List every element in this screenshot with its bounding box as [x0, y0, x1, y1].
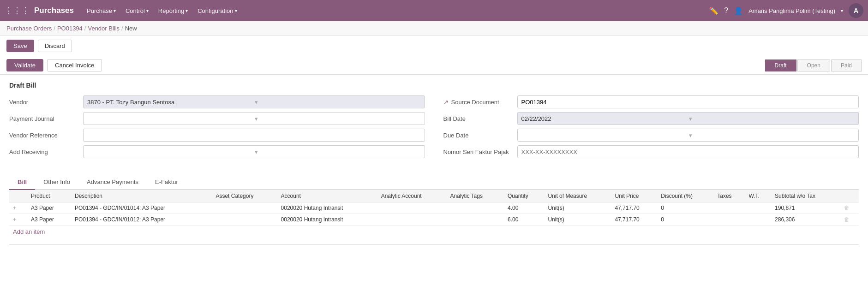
col-product: [9, 190, 27, 202]
nomor-seri-label: Nomor Seri Faktur Pajak: [443, 148, 517, 155]
row-handle-1[interactable]: +: [9, 214, 27, 226]
row-quantity-1[interactable]: 6.00: [504, 214, 544, 226]
row-delete-0[interactable]: 🗑: [840, 202, 859, 214]
col-actions: [840, 190, 859, 202]
col-quantity: Quantity: [504, 190, 544, 202]
form-right-column: ↗ Source Document Bill Date 02/22/2022 ▾…: [443, 95, 859, 162]
row-analytic-tags-0[interactable]: [446, 202, 504, 214]
source-document-input[interactable]: [517, 95, 859, 108]
row-delete-1[interactable]: 🗑: [840, 214, 859, 226]
due-date-label: Due Date: [443, 132, 517, 139]
add-item-link[interactable]: Add an item: [9, 226, 859, 238]
source-document-row: ↗ Source Document: [443, 95, 859, 108]
col-asset-category: Asset Category: [212, 190, 277, 202]
row-description-1[interactable]: PO01394 - GDC/IN/01012: A3 Paper: [71, 214, 212, 226]
row-product-1[interactable]: A3 Paper: [27, 214, 71, 226]
external-link-icon[interactable]: ↗: [443, 99, 449, 106]
row-handle-0[interactable]: +: [9, 202, 27, 214]
payment-journal-row: Payment Journal ▾: [9, 112, 425, 125]
table-row: + A3 Paper PO01394 - GDC/IN/01014: A3 Pa…: [9, 202, 859, 214]
table-row: + A3 Paper PO01394 - GDC/IN/01012: A3 Pa…: [9, 214, 859, 226]
top-icons: ✏️ ? 👤 Amaris Panglima Polim (Testing) ▾…: [709, 3, 863, 18]
nav-item-control[interactable]: Control ▾: [122, 5, 152, 17]
col-wt: W.T.: [745, 190, 771, 202]
row-analytic-account-0[interactable]: [377, 202, 447, 214]
vendor-reference-input[interactable]: [83, 129, 425, 142]
user-icon[interactable]: 👤: [734, 6, 743, 15]
row-discount-0[interactable]: 0: [657, 202, 713, 214]
row-description-0[interactable]: PO01394 - GDC/IN/01014: A3 Paper: [71, 202, 212, 214]
vendor-select[interactable]: 3870 - PT. Tozy Bangun Sentosa ▾: [83, 95, 425, 108]
user-dropdown-arrow[interactable]: ▾: [841, 8, 843, 13]
add-receiving-select[interactable]: ▾: [83, 145, 425, 158]
breadcrumb-purchase-orders[interactable]: Purchase Orders: [6, 25, 52, 32]
row-wt-0[interactable]: [745, 202, 771, 214]
tabs-bar: Bill Other Info Advance Payments E-Faktu…: [9, 175, 859, 190]
row-product-0[interactable]: A3 Paper: [27, 202, 71, 214]
tab-advance-payments[interactable]: Advance Payments: [78, 175, 147, 190]
nav-item-configuration[interactable]: Configuration ▾: [194, 5, 240, 17]
bill-table: Product Description Asset Category Accou…: [9, 190, 859, 226]
app-title: Purchases: [34, 6, 74, 15]
vendor-label: Vendor: [9, 99, 83, 106]
nav-item-purchase[interactable]: Purchase ▾: [83, 5, 120, 17]
avatar[interactable]: A: [849, 3, 863, 18]
row-account-1[interactable]: 0020020 Hutang Intransit: [277, 214, 377, 226]
nav-item-reporting[interactable]: Reporting ▾: [155, 5, 192, 17]
tab-bill[interactable]: Bill: [9, 175, 35, 190]
grid-icon[interactable]: ⋮⋮⋮: [5, 6, 30, 16]
save-button[interactable]: Save: [6, 40, 34, 52]
col-unit-price: Unit Price: [611, 190, 657, 202]
form-area: Draft Bill Vendor 3870 - PT. Tozy Bangun…: [0, 75, 868, 168]
col-unit-of-measure: Unit of Measure: [544, 190, 611, 202]
bill-date-select[interactable]: 02/22/2022 ▾: [517, 112, 859, 125]
row-account-0[interactable]: 0020020 Hutang Intransit: [277, 202, 377, 214]
status-paid[interactable]: Paid: [831, 59, 862, 71]
breadcrumb: Purchase Orders / PO01394 / Vendor Bills…: [0, 21, 868, 36]
tab-other-info[interactable]: Other Info: [35, 175, 78, 190]
due-date-arrow: ▾: [689, 132, 855, 139]
nomor-seri-input[interactable]: [517, 145, 859, 158]
tab-e-faktur[interactable]: E-Faktur: [147, 175, 186, 190]
breadcrumb-vendor-bills[interactable]: Vendor Bills: [88, 25, 120, 32]
row-asset-category-1[interactable]: [212, 214, 277, 226]
payment-journal-arrow: ▾: [255, 115, 420, 122]
row-unit-of-measure-1[interactable]: Unit(s): [544, 214, 611, 226]
discard-button[interactable]: Discard: [38, 40, 72, 52]
row-asset-category-0[interactable]: [212, 202, 277, 214]
edit-icon[interactable]: ✏️: [709, 6, 718, 15]
control-dropdown-arrow: ▾: [146, 8, 149, 13]
vendor-arrow: ▾: [255, 99, 420, 106]
row-taxes-1[interactable]: [713, 214, 745, 226]
user-name[interactable]: Amaris Panglima Polim (Testing): [748, 7, 835, 14]
row-analytic-account-1[interactable]: [377, 214, 447, 226]
nomor-seri-row: Nomor Seri Faktur Pajak: [443, 145, 859, 158]
status-open[interactable]: Open: [797, 59, 830, 71]
bill-table-container: Product Description Asset Category Accou…: [0, 190, 868, 244]
due-date-select[interactable]: ▾: [517, 129, 859, 142]
vendor-value: 3870 - PT. Tozy Bangun Sentosa: [87, 99, 253, 106]
payment-journal-select[interactable]: ▾: [83, 112, 425, 125]
row-discount-1[interactable]: 0: [657, 214, 713, 226]
add-receiving-arrow: ▾: [255, 148, 420, 155]
row-wt-1[interactable]: [745, 214, 771, 226]
row-unit-price-1[interactable]: 47,717.70: [611, 214, 657, 226]
validate-button[interactable]: Validate: [6, 59, 43, 71]
payment-journal-label: Payment Journal: [9, 115, 83, 122]
form-left-column: Vendor 3870 - PT. Tozy Bangun Sentosa ▾ …: [9, 95, 425, 162]
bill-date-label: Bill Date: [443, 115, 517, 122]
row-unit-of-measure-0[interactable]: Unit(s): [544, 202, 611, 214]
row-quantity-0[interactable]: 4.00: [504, 202, 544, 214]
col-account: Account: [277, 190, 377, 202]
reporting-dropdown-arrow: ▾: [186, 8, 188, 13]
cancel-invoice-button[interactable]: Cancel Invoice: [47, 59, 102, 71]
row-analytic-tags-1[interactable]: [446, 214, 504, 226]
status-draft[interactable]: Draft: [765, 59, 796, 71]
row-taxes-0[interactable]: [713, 202, 745, 214]
status-bar: Validate Cancel Invoice Draft Open Paid: [0, 56, 868, 75]
row-unit-price-0[interactable]: 47,717.70: [611, 202, 657, 214]
help-icon[interactable]: ?: [724, 6, 728, 15]
breadcrumb-po01394[interactable]: PO01394: [57, 25, 83, 32]
bottom-divider: [9, 244, 859, 245]
bill-date-value: 02/22/2022: [521, 115, 687, 122]
